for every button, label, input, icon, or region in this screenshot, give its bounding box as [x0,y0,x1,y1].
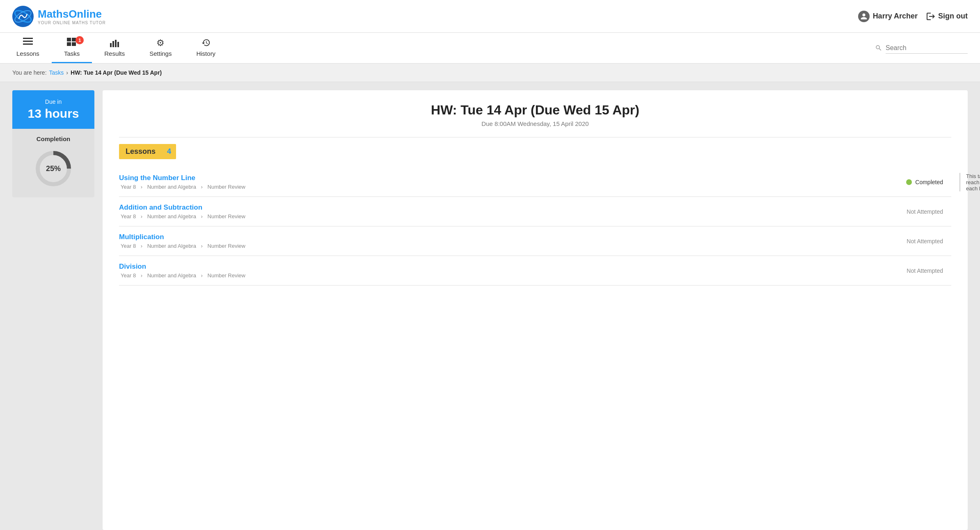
nav-lessons-label: Lessons [16,50,39,57]
completion-percent: 25% [46,164,61,173]
logo-text: MathsOnline YOUR ONLINE MATHS TUTOR [38,8,106,25]
search-area[interactable] [867,33,976,63]
lesson-row: Multiplication Year 8 › Number and Algeb… [119,226,951,256]
lessons-list: Using the Number Line Year 8 › Number an… [119,167,951,286]
due-box: Due in 13 hours [12,90,94,129]
svg-rect-10 [110,43,112,47]
breadcrumb-prefix: You are here: [12,69,47,76]
lesson-status: Not Attempted [907,208,943,215]
nav-settings-label: Settings [149,50,172,57]
sidebar: Due in 13 hours Completion 25% [12,90,94,530]
donut-container: 25% [33,148,74,189]
svg-rect-3 [23,38,33,39]
svg-rect-9 [72,42,76,46]
donut-chart: 25% [16,148,90,189]
search-icon [875,44,882,52]
lesson-status: Completed [906,179,943,185]
settings-icon: ⚙ [156,38,165,48]
completion-box: Completion 25% [12,129,94,197]
lessons-icon [23,38,33,48]
nav-history-label: History [196,50,215,57]
lesson-info: Addition and Subtraction Year 8 › Number… [119,203,907,219]
svg-rect-12 [115,40,117,47]
lesson-status: Not Attempted [907,267,943,274]
app-header: MathsOnline YOUR ONLINE MATHS TUTOR Harr… [0,0,980,33]
user-name: Harry Archer [873,12,918,21]
lesson-info: Using the Number Line Year 8 › Number an… [119,174,906,190]
nav-item-results[interactable]: Results [92,33,137,63]
logo-subtitle: YOUR ONLINE MATHS TUTOR [38,21,106,25]
nav-items: Lessons Tasks 1 Results ⚙ Settings Histo… [4,33,228,63]
lesson-row: Addition and Subtraction Year 8 › Number… [119,197,951,226]
nav-item-tasks[interactable]: Tasks 1 [52,33,92,63]
main-nav: Lessons Tasks 1 Results ⚙ Settings Histo… [0,33,980,64]
user-info[interactable]: Harry Archer [858,11,918,22]
search-input[interactable] [886,43,968,54]
lesson-meta: Year 8 › Number and Algebra › Number Rev… [119,213,907,219]
breadcrumb: You are here: Tasks › HW: Tue 14 Apr (Du… [0,64,980,82]
due-label: Due in [16,98,90,105]
lesson-name[interactable]: Using the Number Line [119,174,906,182]
header-right: Harry Archer Sign out [858,11,968,22]
signout-button[interactable]: Sign out [926,11,968,21]
due-value: 13 hours [16,107,90,121]
logo-main: MathsOnline [38,8,106,21]
breadcrumb-separator: › [66,69,68,76]
lesson-meta: Year 8 › Number and Algebra › Number Rev… [119,184,906,190]
completion-label: Completion [16,135,90,142]
signout-icon [926,11,936,21]
breadcrumb-current: HW: Tue 14 Apr (Due Wed 15 Apr) [71,69,162,76]
lesson-name[interactable]: Addition and Subtraction [119,203,907,212]
divider [119,137,951,137]
user-avatar-icon [858,11,870,22]
svg-rect-6 [67,38,71,41]
signout-label: Sign out [938,12,968,21]
main-content: Due in 13 hours Completion 25% HW: Tue 1… [0,82,980,530]
logo-icon [12,6,34,27]
nav-tasks-label: Tasks [64,50,80,57]
lesson-name[interactable]: Multiplication [119,233,907,241]
lesson-info: Division Year 8 › Number and Algebra › N… [119,263,907,279]
nav-item-history[interactable]: History [184,33,228,63]
logo: MathsOnline YOUR ONLINE MATHS TUTOR [12,6,106,27]
task-note: This task requires that you reach a pass… [959,173,980,191]
svg-rect-4 [23,41,33,42]
tasks-badge: 1 [76,36,84,44]
status-label: Not Attempted [907,267,943,274]
nav-item-settings[interactable]: ⚙ Settings [137,33,184,63]
task-content: HW: Tue 14 Apr (Due Wed 15 Apr) Due 8:00… [103,90,968,530]
status-label: Completed [915,179,943,185]
svg-rect-11 [112,41,114,47]
history-icon [201,38,211,48]
lesson-meta: Year 8 › Number and Algebra › Number Rev… [119,243,907,249]
breadcrumb-parent[interactable]: Tasks [49,69,64,76]
nav-item-lessons[interactable]: Lessons [4,33,52,63]
lessons-label: Lessons [119,144,162,159]
task-title: HW: Tue 14 Apr (Due Wed 15 Apr) [119,103,951,118]
lessons-header: Lessons 4 [119,144,951,159]
completed-dot [906,179,912,185]
task-due-text: Due 8:00AM Wednesday, 15 April 2020 [119,120,951,127]
nav-results-label: Results [104,50,125,57]
results-icon [110,38,119,48]
svg-rect-13 [117,42,119,47]
lesson-status: Not Attempted [907,238,943,244]
lesson-info: Multiplication Year 8 › Number and Algeb… [119,233,907,249]
svg-rect-5 [23,43,33,45]
lesson-row: Division Year 8 › Number and Algebra › N… [119,256,951,286]
lessons-count: 4 [162,144,176,159]
status-label: Not Attempted [907,238,943,244]
lesson-row: Using the Number Line Year 8 › Number an… [119,167,951,197]
lesson-meta: Year 8 › Number and Algebra › Number Rev… [119,272,907,279]
status-label: Not Attempted [907,208,943,215]
svg-rect-8 [67,42,71,46]
lesson-name[interactable]: Division [119,263,907,271]
